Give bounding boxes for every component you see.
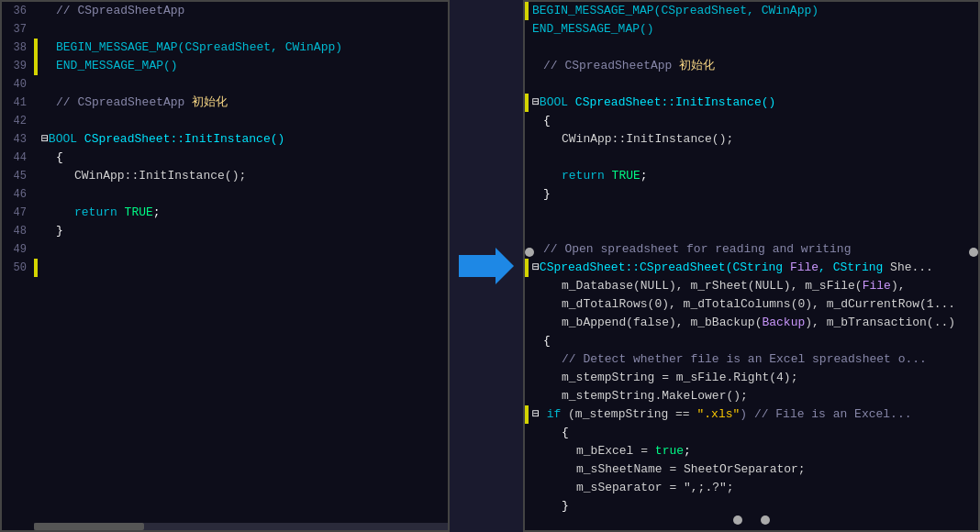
line-content: CWinApp::InitInstance(); — [38, 167, 448, 185]
table-row: 41// CSpreadSheetApp 初始化 — [2, 94, 448, 112]
line-content: CWinApp::InitInstance(); — [529, 130, 978, 149]
line-number: 49 — [2, 240, 34, 259]
line-content: ⊟BOOL CSpreadSheet::InitInstance() — [529, 94, 978, 112]
table-row: 37 — [2, 20, 448, 39]
line-number: 43 — [2, 130, 34, 149]
line-number: 40 — [2, 75, 34, 94]
line-number: 48 — [2, 222, 34, 240]
table-row: CWinApp::InitInstance(); — [525, 130, 978, 149]
line-content: } — [529, 497, 978, 515]
line-content: m_bExcel = true; — [529, 442, 978, 460]
line-content: ⊟BOOL CSpreadSheet::InitInstance() — [38, 130, 448, 149]
line-content: { — [38, 149, 448, 167]
line-number: 46 — [2, 185, 34, 204]
table-row: 45CWinApp::InitInstance(); — [2, 167, 448, 185]
left-code-editor: 36// CSpreadSheetApp3738BEGIN_MESSAGE_MA… — [2, 2, 448, 530]
table-row: } — [525, 497, 978, 515]
table-row: BEGIN_MESSAGE_MAP(CSpreadSheet, CWinApp) — [525, 2, 978, 20]
table-row: ⊟ if (m_stempString == ".xls") // File i… — [525, 405, 978, 424]
line-content: END_MESSAGE_MAP() — [38, 57, 448, 75]
table-row: m_sSeparator = ",;.?"; — [525, 479, 978, 497]
table-row: m_Database(NULL), m_rSheet(NULL), m_sFil… — [525, 277, 978, 295]
line-content: { — [529, 112, 978, 130]
line-bar — [34, 259, 38, 277]
table-row — [525, 222, 978, 240]
table-row: } — [525, 185, 978, 204]
line-number: 37 — [2, 20, 34, 39]
line-content: // Open spreadsheet for reading and writ… — [529, 240, 978, 259]
table-row: m_stempString = m_sFile.Right(4); — [525, 369, 978, 387]
line-content: // CSpreadSheetApp 初始化 — [529, 57, 978, 75]
table-row: 49 — [2, 240, 448, 259]
table-row: m_dTotalRows(0), m_dTotalColumns(0), m_d… — [525, 295, 978, 314]
table-row: // Detect whether file is an Excel sprea… — [525, 350, 978, 369]
line-content: ⊟CSpreadSheet::CSpreadSheet(CString File… — [529, 259, 978, 277]
table-row: ⊟BOOL CSpreadSheet::InitInstance() — [525, 94, 978, 112]
line-content: m_sSeparator = ",;.?"; — [529, 479, 978, 497]
table-row: return TRUE; — [525, 167, 978, 185]
table-row: m_bAppend(false), m_bBackup(Backup), m_b… — [525, 314, 978, 332]
table-row: 38BEGIN_MESSAGE_MAP(CSpreadSheet, CWinAp… — [2, 39, 448, 57]
line-content: return TRUE; — [38, 204, 448, 222]
line-content: m_stempString.MakeLower(); — [529, 387, 978, 405]
table-row: // Open spreadsheet for reading and writ… — [525, 240, 978, 259]
table-row: 47return TRUE; — [2, 204, 448, 222]
line-number: 47 — [2, 204, 34, 222]
line-number: 41 — [2, 94, 34, 112]
left-code-panel: 36// CSpreadSheetApp3738BEGIN_MESSAGE_MA… — [0, 0, 450, 532]
line-content: m_stempString = m_sFile.Right(4); — [529, 369, 978, 387]
table-row: 36// CSpreadSheetApp — [2, 2, 448, 20]
line-content: m_sSheetName = SheetOrSeparator; — [529, 460, 978, 479]
table-row: 42 — [2, 112, 448, 130]
line-content: m_Database(NULL), m_rSheet(NULL), m_sFil… — [529, 277, 978, 295]
table-row: 50 — [2, 259, 448, 277]
line-content: BEGIN_MESSAGE_MAP(CSpreadSheet, CWinApp) — [38, 39, 448, 57]
line-number: 50 — [2, 259, 34, 277]
line-content: { — [529, 332, 978, 350]
table-row: { — [525, 424, 978, 442]
line-content: ⊟ if (m_stempString == ".xls") // File i… — [529, 405, 978, 424]
line-content: } — [529, 185, 978, 204]
table-row: // CSpreadSheetApp 初始化 — [525, 57, 978, 75]
line-number: 39 — [2, 57, 34, 75]
corner-circle-bottom-left — [733, 515, 742, 525]
table-row: { — [525, 112, 978, 130]
table-row: m_stempString.MakeLower(); — [525, 387, 978, 405]
line-content: // Detect whether file is an Excel sprea… — [529, 350, 978, 369]
right-code-editor: BEGIN_MESSAGE_MAP(CSpreadSheet, CWinApp)… — [525, 2, 978, 530]
table-row: 40 — [2, 75, 448, 94]
table-row: m_sSheetName = SheetOrSeparator; — [525, 460, 978, 479]
line-content: BEGIN_MESSAGE_MAP(CSpreadSheet, CWinApp) — [529, 2, 978, 20]
direction-arrow — [459, 248, 514, 284]
line-content: m_bAppend(false), m_bBackup(Backup), m_b… — [529, 314, 978, 332]
left-scrollbar[interactable] — [34, 523, 448, 530]
left-scrollbar-thumb[interactable] — [34, 523, 144, 530]
table-row: 39END_MESSAGE_MAP() — [2, 57, 448, 75]
line-number: 45 — [2, 167, 34, 185]
table-row — [525, 75, 978, 94]
line-number: 44 — [2, 149, 34, 167]
table-row: 48} — [2, 222, 448, 240]
line-content: // CSpreadSheetApp — [38, 2, 448, 20]
table-row: 44{ — [2, 149, 448, 167]
table-row: 46 — [2, 185, 448, 204]
right-code-panel: BEGIN_MESSAGE_MAP(CSpreadSheet, CWinApp)… — [523, 0, 980, 532]
table-row: END_MESSAGE_MAP() — [525, 20, 978, 39]
corner-circle-bottom-right — [761, 515, 770, 525]
arrow-container — [450, 248, 523, 284]
table-row: m_bExcel = true; — [525, 442, 978, 460]
main-container: 36// CSpreadSheetApp3738BEGIN_MESSAGE_MA… — [0, 0, 980, 532]
line-content: m_dTotalRows(0), m_dTotalColumns(0), m_d… — [529, 295, 978, 314]
table-row: 43⊟BOOL CSpreadSheet::InitInstance() — [2, 130, 448, 149]
line-content: return TRUE; — [529, 167, 978, 185]
table-row: { — [525, 332, 978, 350]
line-number: 36 — [2, 2, 34, 20]
line-content: } — [38, 222, 448, 240]
line-content: // CSpreadSheetApp 初始化 — [38, 94, 448, 112]
line-content: END_MESSAGE_MAP() — [529, 20, 978, 39]
table-row — [525, 204, 978, 222]
table-row — [525, 39, 978, 57]
line-number: 38 — [2, 39, 34, 57]
svg-marker-0 — [459, 248, 514, 284]
line-content: { — [529, 424, 978, 442]
